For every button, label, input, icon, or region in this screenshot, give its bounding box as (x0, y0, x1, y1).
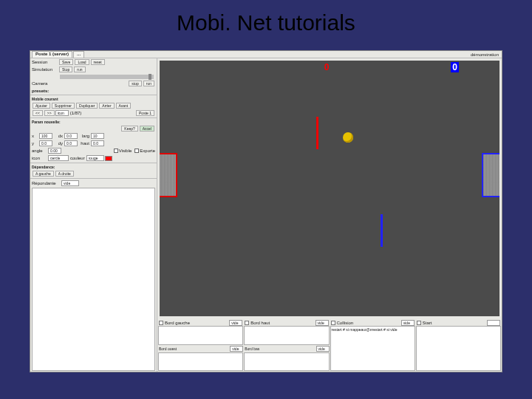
haut-input[interactable]: 0.0 (91, 140, 104, 146)
dx-input[interactable]: 0.0 (64, 133, 78, 139)
panel1-sub-title: Bord ouest (159, 347, 177, 351)
panel3-title: Collision (337, 321, 354, 325)
cam-stop-button[interactable]: stop (129, 81, 141, 86)
tab-poste[interactable]: Poste 1 (server) (32, 51, 72, 58)
icon-row: icon cercle couleur rouge (30, 154, 157, 162)
duplicate-button[interactable]: Dupliquer (76, 103, 98, 109)
cam-run-button[interactable]: run (143, 81, 154, 86)
mobile-sel-row: << >> icon (1/87) Poste 1 (30, 109, 157, 117)
panel4-title: Start (423, 321, 432, 325)
visible-label: Visible (119, 149, 132, 153)
score-blue: 0 (451, 62, 459, 72)
panel2-checkbox[interactable] (245, 321, 249, 325)
icon-select[interactable]: icon (55, 110, 69, 116)
panel-start: Start (416, 319, 501, 371)
geom-header: Param nouvelle: (30, 119, 157, 125)
tab-mode: démonstration (471, 52, 502, 57)
tab-other[interactable]: ... (73, 51, 84, 58)
y-label: y (32, 141, 39, 146)
session-label: Session (32, 60, 58, 64)
speed-slider[interactable] (60, 75, 154, 79)
panel3-body[interactable]: restart # si mappeaux[]\nrestart # si vi… (330, 326, 415, 371)
panel4-checkbox[interactable] (417, 321, 421, 325)
camera-row: Camera stop run (30, 80, 157, 87)
icon-choice-input[interactable]: cercle (48, 155, 69, 161)
reply-textarea[interactable] (32, 188, 155, 371)
panel3-checkbox[interactable] (331, 321, 335, 325)
x-input[interactable]: 100 (39, 133, 52, 139)
mobile-btns-row: Ajouter Supprimer Dupliquer Arrier Avant (30, 102, 157, 109)
load-button[interactable]: Load (75, 59, 89, 65)
panel2-val-input[interactable]: vide (316, 320, 329, 326)
delete-button[interactable]: Supprimer (52, 103, 75, 109)
sel-right-button[interactable]: >> (44, 110, 55, 116)
prev-button[interactable]: Arrier (99, 103, 114, 109)
y-row: y 0.0 dy 0.0 haut 0.0 (30, 140, 157, 147)
poste-button[interactable]: Poste 1 (136, 110, 154, 116)
panel-left-edge: Bord gauche vide Bord ouestvide (158, 319, 243, 371)
goal-right (482, 153, 499, 197)
panel1-val-input[interactable]: vide (229, 320, 242, 326)
dep-right-button[interactable]: A droite (55, 171, 74, 177)
x-label: x (32, 134, 39, 138)
reset-button[interactable]: reset (91, 59, 105, 65)
dy-input[interactable]: 0.0 (64, 140, 78, 146)
tabs-bar: Poste 1 (server) ... démonstration (30, 51, 502, 58)
tab-label-extra: 1 (server) (49, 52, 69, 56)
deps-header: Dépendance: (30, 164, 157, 170)
simulation-label: Simulation (32, 67, 58, 72)
panel-collision: Collision vide restart # si mappeaux[]\n… (330, 319, 415, 371)
presets-row: presets: (30, 87, 157, 94)
keep-button[interactable]: Keep? (121, 126, 137, 132)
angle-label: angle (32, 149, 48, 153)
reply-input[interactable]: vide (61, 180, 79, 186)
angle-row: angle 0.00 Visible Exporte (30, 147, 157, 154)
deps-row: A gauche A droite (30, 170, 157, 177)
sim-stop-button[interactable]: Stop (59, 66, 72, 72)
add-button[interactable]: Ajouter (33, 103, 50, 109)
visible-checkbox[interactable] (114, 149, 118, 153)
panel1-checkbox[interactable] (159, 321, 163, 325)
play-area[interactable]: 0 0 (160, 61, 499, 316)
slider-row (30, 73, 157, 80)
sel-left-button[interactable]: << (33, 110, 43, 116)
player-blue-paddle (381, 214, 383, 247)
panel4-val-input[interactable] (487, 320, 500, 326)
y-input[interactable]: 0.0 (39, 140, 52, 146)
exporte-checkbox[interactable] (134, 149, 139, 153)
session-row: Session Save Load reset (30, 58, 157, 66)
accel-button[interactable]: Accel (140, 126, 154, 132)
panel1-body-top[interactable] (158, 326, 243, 345)
save-button[interactable]: Save (59, 59, 73, 65)
angle-input[interactable]: 0.00 (48, 148, 61, 154)
exporte-label: Exporte (140, 149, 155, 153)
app-window: Poste 1 (server) ... démonstration Sessi… (30, 50, 502, 372)
reply-label: Répondante (32, 181, 61, 185)
right-area: 0 0 Bord gauche vide (157, 58, 502, 372)
x-row: x 100 dx 0.0 larg 10 (30, 132, 157, 140)
tab-label: Poste (35, 52, 47, 56)
panel3-val-input[interactable]: vide (401, 320, 415, 326)
keep-row: Keep? Accel (30, 125, 157, 132)
larg-input[interactable]: 10 (91, 133, 104, 139)
haut-label: haut (79, 141, 89, 146)
panel-top-edge: Bord haut vide Bord basvide (244, 319, 329, 371)
sim-run-button[interactable]: run (74, 66, 85, 72)
ball-icon (343, 132, 353, 143)
content: Session Save Load reset Simulation Stop … (30, 58, 502, 372)
dy-label: dy (54, 141, 63, 146)
panel2-body-bot[interactable] (244, 352, 329, 372)
player-red-paddle (316, 117, 318, 149)
panel2-body-top[interactable] (244, 326, 329, 345)
next-button[interactable]: Avant (116, 103, 132, 109)
reply-row: Répondante vide (30, 180, 157, 187)
panel4-body[interactable] (416, 326, 501, 371)
panel1-body-bot[interactable] (158, 352, 243, 372)
dep-left-button[interactable]: A gauche (33, 171, 54, 177)
colour-swatch[interactable] (105, 156, 112, 161)
couleur-input[interactable]: rouge (86, 155, 104, 161)
panel2-sub-input[interactable]: vide (316, 346, 330, 352)
couleur-label: couleur (70, 156, 85, 160)
panel2-title: Bord haut (250, 321, 270, 325)
panel1-sub-input[interactable]: vide (230, 346, 243, 352)
